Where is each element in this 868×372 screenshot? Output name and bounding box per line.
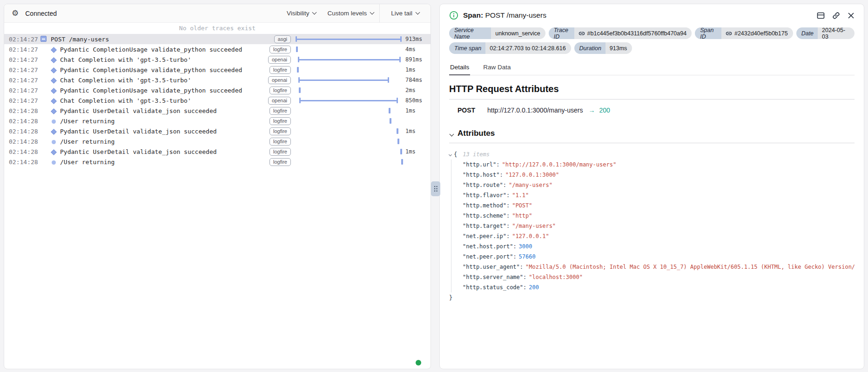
http-request-attributes-title: HTTP Request Attributes xyxy=(449,84,855,100)
trace-row[interactable]: 02:14:27Chat Completion with 'gpt-3.5-tu… xyxy=(4,95,431,106)
trace-row[interactable]: 02:14:28/User returninglogfire xyxy=(4,136,431,146)
collapse-toggle-icon[interactable] xyxy=(40,35,47,43)
trace-row[interactable]: 02:14:27Chat Completion with 'gpt-3.5-tu… xyxy=(4,54,431,65)
trace-timeline xyxy=(296,54,402,65)
json-root-line[interactable]: { 13 items xyxy=(449,149,855,159)
json-key: "http.flavor" xyxy=(463,192,506,199)
span-header: Span: POST /many-users xyxy=(449,11,855,20)
json-key: "net.host.port" xyxy=(463,243,513,250)
trace-row[interactable]: 02:14:28Pydantic UserDetail validate_jso… xyxy=(4,126,431,136)
visibility-label: Visibility xyxy=(287,10,310,17)
trace-duration: 913ms xyxy=(402,36,426,42)
arrow-right-icon: → xyxy=(588,106,595,114)
trace-row[interactable]: 02:14:28/User returninglogfire xyxy=(4,157,431,167)
custom-levels-dropdown[interactable]: Custom levels xyxy=(322,4,379,22)
live-tail-dropdown[interactable]: Live tail xyxy=(380,4,431,22)
trace-timestamp: 02:14:27 xyxy=(9,97,40,104)
trace-timestamp: 02:14:28 xyxy=(9,107,40,114)
json-value: "Mozilla/5.0 (Macintosh; Intel Mac OS X … xyxy=(525,264,855,270)
grip-dots-icon xyxy=(434,186,438,192)
close-icon[interactable] xyxy=(848,12,855,19)
json-value: "POST" xyxy=(512,202,532,209)
span-diamond-icon xyxy=(52,66,56,73)
span-diamond-icon xyxy=(52,148,56,155)
trace-row[interactable]: 02:14:27Chat Completion with 'gpt-3.5-tu… xyxy=(4,75,431,85)
chevron-down-icon xyxy=(450,132,454,136)
span-diamond-icon xyxy=(52,87,56,94)
meta-badge-value[interactable]: #2432d40ef5b0b175 xyxy=(721,27,793,39)
chevron-down-icon xyxy=(370,10,375,15)
link-icon[interactable] xyxy=(832,12,840,20)
json-value: "127.0.0.1:3000" xyxy=(505,172,559,178)
connection-status: Connected xyxy=(25,10,57,17)
meta-badge-value: unknown_service xyxy=(491,27,545,39)
live-tail-label: Live tail xyxy=(391,10,412,17)
json-attribute-line: "http.server_name":"localhost:3000" xyxy=(463,272,855,282)
span-label: Span: xyxy=(463,11,483,19)
meta-badge-value[interactable]: #b1c445ef3b0b43116df5760ffb470a94 xyxy=(574,27,692,39)
timeline-tick xyxy=(400,149,402,154)
trace-row[interactable]: 02:14:27POST /many-usersasgi913ms xyxy=(4,34,431,44)
trace-row[interactable]: 02:14:28/User returninglogfire xyxy=(4,116,431,126)
trace-duration: 1ms xyxy=(402,107,426,114)
link-chain-icon xyxy=(726,30,732,37)
span-diamond-icon xyxy=(52,128,56,135)
timeline-span-bar xyxy=(296,36,402,42)
trace-label: /User returning xyxy=(60,138,269,145)
trace-label: Pydantic UserDetail validate_json succee… xyxy=(60,107,269,114)
trace-row[interactable]: 02:14:28Pydantic UserDetail validate_jso… xyxy=(4,146,431,157)
panel-splitter-handle[interactable] xyxy=(431,181,440,196)
close-brace: } xyxy=(449,294,452,301)
json-value: 3000 xyxy=(519,243,532,250)
trace-label: Chat Completion with 'gpt-3.5-turbo' xyxy=(60,56,268,63)
tab-details[interactable]: Details xyxy=(449,61,470,75)
trace-row[interactable]: 02:14:27Pydantic CompletionUsage validat… xyxy=(4,85,431,95)
meta-badge-label: Time span xyxy=(449,42,485,54)
json-attribute-line: "http.user_agent":"Mozilla/5.0 (Macintos… xyxy=(463,262,855,272)
scope-badge: logfire xyxy=(269,148,291,156)
timeline-tick xyxy=(397,128,398,134)
app: ⚙ Connected Visibility Custom levels Liv… xyxy=(0,0,868,372)
settings-gear-icon[interactable]: ⚙ xyxy=(12,9,19,17)
chevron-down-icon xyxy=(416,10,420,15)
timeline-tick xyxy=(390,118,391,124)
trace-duration: 1ms xyxy=(402,148,426,155)
json-key: "http.method" xyxy=(463,202,506,209)
trace-timeline xyxy=(296,146,402,157)
attributes-section-toggle[interactable]: Attributes xyxy=(449,129,855,143)
dock-panel-icon[interactable] xyxy=(817,12,825,20)
meta-badge-label: Service Name xyxy=(449,27,491,39)
trace-row[interactable]: 02:14:28Pydantic UserDetail validate_jso… xyxy=(4,106,431,116)
trace-duration: 850ms xyxy=(402,97,426,104)
trace-label: Pydantic CompletionUsage validate_python… xyxy=(60,66,269,73)
scope-badge: openai xyxy=(268,76,291,84)
span-diamond-icon xyxy=(52,46,56,53)
meta-badge: Trace ID#b1c445ef3b0b43116df5760ffb470a9… xyxy=(549,27,692,39)
span-header-actions xyxy=(817,12,855,20)
trace-timestamp: 02:14:28 xyxy=(9,138,40,145)
attributes-title: Attributes xyxy=(458,129,495,138)
open-brace: { xyxy=(454,149,457,159)
log-circle-icon xyxy=(52,138,56,145)
attributes-json-tree: { 13 items "http.url":"http://127.0.0.1:… xyxy=(449,149,855,303)
timeline-span-bar xyxy=(298,57,401,62)
trace-timestamp: 02:14:28 xyxy=(9,159,40,166)
json-attribute-line: "net.peer.ip":"127.0.0.1" xyxy=(463,231,855,241)
tab-raw-data[interactable]: Raw Data xyxy=(482,61,511,75)
json-key: "net.peer.ip" xyxy=(463,233,506,239)
trace-row[interactable]: 02:14:27Pydantic CompletionUsage validat… xyxy=(4,44,431,54)
span-diamond-icon xyxy=(52,107,56,114)
timeline-tick xyxy=(401,159,403,165)
json-attribute-line: "net.peer.port":57660 xyxy=(463,252,855,262)
json-value: "1.1" xyxy=(512,192,529,199)
json-attribute-line: "http.status_code":200 xyxy=(463,282,855,292)
trace-timestamp: 02:14:27 xyxy=(9,56,40,63)
meta-badge-label: Duration xyxy=(574,42,606,54)
trace-duration: 891ms xyxy=(402,56,426,63)
visibility-dropdown[interactable]: Visibility xyxy=(281,4,322,22)
json-key: "http.scheme" xyxy=(463,213,506,219)
meta-badge-value: 02:14:27.703 to 02:14:28.616 xyxy=(485,42,571,54)
trace-row[interactable]: 02:14:27Pydantic CompletionUsage validat… xyxy=(4,65,431,75)
json-value: "/many-users" xyxy=(509,182,552,188)
trace-timeline xyxy=(296,157,402,167)
